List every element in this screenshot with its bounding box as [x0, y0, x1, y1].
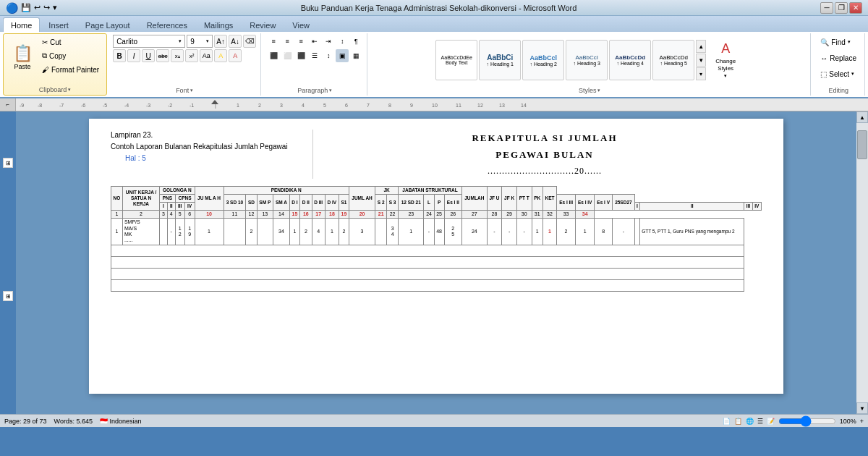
td-unit: SMP/SMA/SMK...... — [122, 219, 159, 245]
highlight-button[interactable]: A — [214, 49, 227, 62]
th-jumlah3: JUMLAH — [461, 187, 487, 210]
align-right-button[interactable]: ⬛ — [294, 49, 307, 62]
styles-more-arrow[interactable]: ▾ — [696, 67, 706, 80]
format-painter-icon: 🖌 — [42, 66, 49, 74]
ribbon-group-editing: 🔍 Find ▾ ↔ Replace ⬚ Select ▾ Editing — [812, 33, 865, 96]
underline-button[interactable]: U — [142, 49, 155, 62]
styles-down-arrow[interactable]: ▼ — [696, 54, 706, 67]
italic-button[interactable]: I — [127, 49, 140, 62]
td-pns-iii: 12 — [175, 219, 184, 245]
view-outline-btn[interactable]: ☰ — [757, 418, 763, 425]
page-info: Page: 29 of 73 — [4, 418, 47, 425]
font-color-button[interactable]: A — [229, 49, 242, 62]
font-name-dropdown[interactable]: Carlito ▾ — [113, 35, 185, 48]
tab-review[interactable]: Review — [242, 17, 284, 32]
numbering-button[interactable]: ≡ — [281, 35, 294, 48]
tab-page-layout[interactable]: Page Layout — [77, 17, 138, 32]
style-heading4[interactable]: AaBbCcDd ↑ Heading 4 — [609, 40, 651, 80]
decrease-font-button[interactable]: A↓ — [229, 35, 242, 48]
shading-button[interactable]: ▣ — [336, 49, 349, 62]
bold-button[interactable]: B — [113, 49, 126, 62]
close-button[interactable]: ✕ — [849, 2, 862, 14]
change-case-button[interactable]: Aa — [200, 49, 213, 62]
find-button[interactable]: 🔍 Find ▾ — [817, 35, 854, 49]
paste-button[interactable]: 📋 Paste — [8, 35, 37, 80]
show-marks-button[interactable]: ¶ — [349, 35, 362, 48]
line-spacing-button[interactable]: ↕ — [322, 49, 335, 62]
td-jumlah: 34 — [273, 219, 290, 245]
paragraph-expander[interactable]: ▾ — [329, 88, 332, 93]
scroll-thumb[interactable] — [857, 130, 867, 159]
scroll-up-button[interactable]: ▲ — [856, 111, 868, 123]
th-jumlah2: JUML AH — [349, 187, 375, 210]
zoom-in-btn[interactable]: + — [860, 418, 864, 425]
replace-button[interactable]: ↔ Replace — [817, 51, 860, 65]
style-body-text[interactable]: AaBbCcDdEe Body Text — [435, 40, 477, 80]
style-heading5[interactable]: AaBbCcDd ↑ Heading 5 — [652, 40, 694, 80]
word-count: Words: 5.645 — [54, 418, 93, 425]
document-scroll[interactable]: Lampiran 23. Contoh Laporan Bulanan Reka… — [16, 111, 856, 414]
title-line1: REKAPITULA SI JUMLAH — [472, 130, 617, 146]
style-heading2[interactable]: AaBbCcl ↑ Heading 2 — [522, 40, 564, 80]
style-heading1[interactable]: AaBbCi ↑ Heading 1 — [479, 40, 521, 80]
subscript-button[interactable]: x₂ — [171, 49, 184, 62]
view-print-btn[interactable]: 📄 — [723, 418, 731, 425]
clipboard-expander[interactable]: ▾ — [68, 87, 71, 93]
section-control-btn[interactable]: ⊞ — [3, 291, 13, 301]
copy-button[interactable]: ⧉ Copy — [39, 49, 102, 62]
col-num-30: 33 — [557, 210, 576, 218]
th-cpns-ii: II — [640, 202, 744, 210]
align-center-button[interactable]: ⬜ — [281, 49, 294, 62]
tab-home[interactable]: Home — [3, 17, 40, 32]
view-control-btn[interactable]: ⊞ — [3, 158, 13, 168]
decrease-indent-button[interactable]: ⇤ — [308, 35, 321, 48]
tab-references[interactable]: References — [139, 17, 195, 32]
vertical-scrollbar[interactable]: ▲ ▼ — [856, 111, 868, 414]
document-area: ⊞ ⊞ Lampiran 23. Contoh Laporan Bulanan … — [0, 111, 868, 414]
zoom-slider[interactable] — [778, 417, 836, 426]
td-smp: 2 — [300, 219, 312, 245]
superscript-button[interactable]: x² — [185, 49, 198, 62]
strikethrough-button[interactable]: abc — [156, 49, 169, 62]
view-draft-btn[interactable]: 📝 — [767, 418, 775, 425]
style-heading3[interactable]: AaBbCcI ↑ Heading 3 — [566, 40, 608, 80]
tab-insert[interactable]: Insert — [41, 17, 77, 32]
scroll-down-button[interactable]: ▼ — [856, 402, 868, 414]
col-num-2: 2 — [122, 210, 159, 218]
tab-view[interactable]: View — [284, 17, 318, 32]
justify-button[interactable]: ☰ — [308, 49, 321, 62]
align-left-button[interactable]: ⬛ — [267, 49, 280, 62]
th-unit: UNIT KERJA /SATUA NKERJA — [122, 187, 159, 210]
svg-text:12: 12 — [477, 103, 483, 108]
borders-button[interactable]: ▦ — [349, 49, 362, 62]
quick-redo[interactable]: ↪ — [43, 3, 50, 12]
th-s2: S 2 — [375, 195, 387, 211]
restore-button[interactable]: ❐ — [835, 2, 848, 14]
ruler-corner[interactable]: ⌐ — [0, 98, 16, 111]
view-full-btn[interactable]: 📋 — [734, 418, 742, 425]
svg-text:-9: -9 — [20, 103, 24, 108]
select-button[interactable]: ⬚ Select ▾ — [817, 67, 858, 81]
sort-button[interactable]: ↕ — [336, 35, 349, 48]
increase-indent-button[interactable]: ⇥ — [322, 35, 335, 48]
tab-mailings[interactable]: Mailings — [196, 17, 241, 32]
td-jfk: 8 — [595, 219, 613, 245]
clear-format-button[interactable]: ⌫ — [243, 35, 256, 48]
font-expander[interactable]: ▾ — [190, 88, 193, 93]
quick-undo[interactable]: ↩ — [34, 3, 41, 12]
change-styles-button[interactable]: A Change Styles ▾ — [707, 38, 744, 83]
minimize-button[interactable]: ─ — [820, 2, 833, 14]
increase-font-button[interactable]: A↑ — [214, 35, 227, 48]
multilevel-button[interactable]: ≡ — [294, 35, 307, 48]
quick-save[interactable]: 💾 — [21, 3, 31, 12]
font-size-dropdown[interactable]: 9 ▾ — [187, 35, 213, 48]
view-web-btn[interactable]: 🌐 — [746, 418, 754, 425]
styles-expander[interactable]: ▾ — [597, 88, 600, 93]
scroll-track[interactable] — [856, 123, 868, 402]
col-num-20: 23 — [399, 210, 424, 218]
styles-up-arrow[interactable]: ▲ — [696, 40, 706, 53]
svg-text:1: 1 — [237, 103, 239, 108]
format-painter-button[interactable]: 🖌 Format Painter — [39, 63, 102, 76]
bullets-button[interactable]: ≡ — [267, 35, 280, 48]
cut-button[interactable]: ✂ Cut — [39, 35, 102, 48]
